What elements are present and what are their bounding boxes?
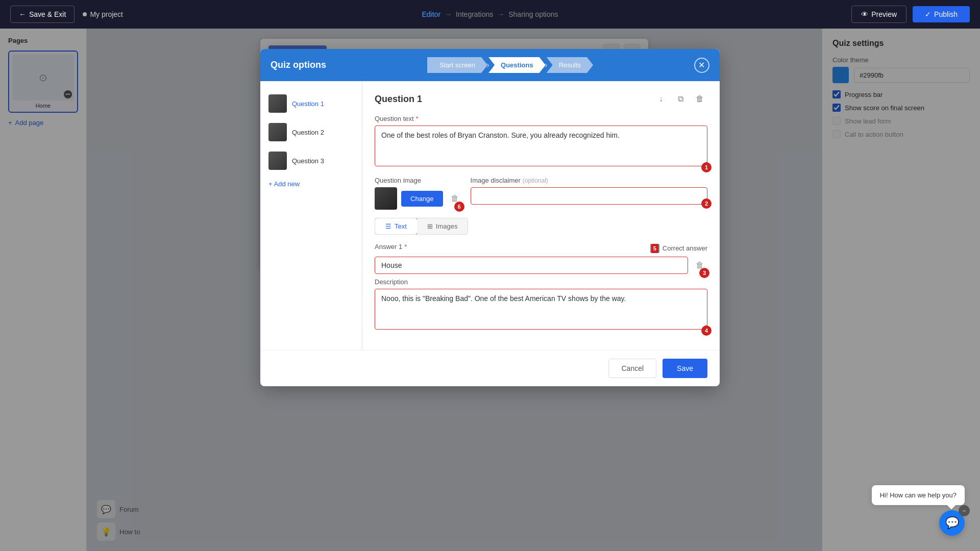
description-section: Description Nooo, this is "Breaking Bad"… (375, 278, 707, 332)
nav-sharing-link[interactable]: Sharing options (508, 10, 558, 18)
question-1-thumb (268, 94, 287, 113)
quiz-options-modal: Quiz options Start screen › Questions › … (260, 49, 720, 386)
delete-question-button[interactable]: 🗑 (692, 91, 707, 107)
tab-questions-label: Questions (501, 61, 533, 69)
publish-label: Publish (934, 10, 958, 18)
optional-text: (optional) (523, 177, 548, 184)
nav-center: Editor → Integrations → Sharing options (422, 10, 558, 18)
question-header: Question 1 ↓ ⧉ 🗑 (375, 91, 707, 107)
question-title: Question 1 (375, 94, 422, 105)
messenger-icon: 💬 (945, 516, 959, 530)
badge-2: 2 (701, 198, 712, 209)
project-dot (83, 12, 87, 16)
correct-answer-label: Correct answer (663, 244, 707, 252)
add-new-question-button[interactable]: + Add new (260, 175, 362, 193)
answer-1-input-wrapper (375, 257, 688, 274)
arrow-left-icon: ← (19, 10, 26, 18)
cancel-button[interactable]: Cancel (608, 359, 656, 378)
image-disclaimer-label-text: Image disclaimer (optional) (471, 177, 707, 184)
chat-tooltip-text: Hi! How can we help you? (880, 491, 957, 499)
question-2-thumb (268, 123, 287, 141)
question-3-image (268, 152, 287, 170)
save-exit-button[interactable]: ← Save & Exit (10, 6, 75, 23)
question-1-image (268, 94, 287, 113)
change-image-button[interactable]: Change (401, 191, 443, 207)
image-disclaimer-wrapper: 2 (471, 187, 707, 205)
question-image-label-text: Question image (375, 177, 462, 184)
image-disclaimer-label: Image disclaimer (471, 177, 521, 184)
publish-button[interactable]: ✓ Publish (913, 6, 970, 22)
question-actions: ↓ ⧉ 🗑 (653, 91, 707, 107)
top-navigation: ← Save & Exit My project Editor → Integr… (0, 0, 980, 29)
question-2-image (268, 123, 287, 141)
preview-button[interactable]: 👁 Preview (851, 6, 906, 23)
tab-questions[interactable]: Questions (488, 57, 546, 73)
nav-arrow-1: → (445, 10, 452, 18)
answer-1-label-text: Answer 1 * (375, 243, 407, 251)
modal-sidebar: Question 1 Question 2 Question 3 + Add n… (260, 81, 362, 350)
answer-1-input[interactable] (375, 257, 688, 274)
nav-arrow-2: → (497, 10, 504, 18)
question-text-input[interactable]: One of the best roles of Bryan Cranston.… (375, 126, 707, 166)
question-image-label: Question image (375, 177, 421, 184)
question-image-section: Question image Change 🗑 6 (375, 177, 462, 210)
question-1-label: Question 1 (292, 100, 324, 108)
tab-image-answers[interactable]: ⊞ Images (417, 218, 468, 234)
badge-4: 4 (701, 325, 712, 336)
question-text-label: Question text * (375, 115, 707, 122)
answer-1-input-row: 🗑 3 (375, 257, 707, 274)
answer-1-label: Answer 1 (375, 243, 402, 251)
modal-body: Question 1 Question 2 Question 3 + Add n… (260, 81, 720, 350)
chat-widget: Hi! How can we help you? − 💬 (939, 510, 965, 536)
correct-answer-control: 5 Correct answer (650, 244, 707, 253)
nav-integrations-link[interactable]: Integrations (456, 10, 493, 18)
description-label: Description (375, 278, 408, 286)
answer-type-section: ☰ Text ⊞ Images (375, 218, 707, 235)
correct-answer-checkbox[interactable]: 5 (650, 244, 659, 253)
modal-close-button[interactable]: ✕ (694, 58, 709, 73)
answer-1-header: Answer 1 * 5 Correct answer (375, 243, 707, 254)
question-text-label-text: Question text (375, 115, 414, 122)
question-text-wrapper: One of the best roles of Bryan Cranston.… (375, 126, 707, 168)
question-3-item[interactable]: Question 3 (260, 146, 362, 175)
question-1-item[interactable]: Question 1 (260, 89, 362, 118)
save-exit-label: Save & Exit (29, 10, 66, 18)
answer-type-tabs: ☰ Text ⊞ Images (375, 218, 468, 235)
tab-results-label: Results (559, 61, 581, 69)
tab-text-answers[interactable]: ☰ Text (375, 218, 418, 235)
chat-button-wrapper: − 💬 (939, 510, 965, 536)
duplicate-question-button[interactable]: ⧉ (673, 91, 688, 107)
add-new-label: + Add new (268, 180, 300, 188)
modal-tabs: Start screen › Questions › Results (427, 57, 593, 73)
description-input[interactable]: Nooo, this is "Breaking Bad". One of the… (375, 289, 707, 330)
tab-start-screen[interactable]: Start screen (427, 57, 487, 73)
tab-results[interactable]: Results (547, 57, 593, 73)
eye-icon: 👁 (861, 10, 868, 18)
project-name-area: My project (83, 10, 123, 18)
required-star-2: * (404, 243, 407, 251)
modal-title: Quiz options (271, 60, 326, 70)
badge-1: 1 (701, 162, 712, 172)
badge-6: 6 (454, 202, 464, 212)
close-chat-button[interactable]: − (959, 505, 970, 516)
move-down-button[interactable]: ↓ (653, 91, 669, 107)
nav-right-area: 👁 Preview ✓ Publish (851, 6, 970, 23)
badge-3: 3 (699, 268, 709, 278)
tab-start-screen-label: Start screen (439, 61, 475, 69)
save-button[interactable]: Save (663, 359, 707, 378)
nav-editor-link[interactable]: Editor (422, 10, 440, 18)
project-name-label: My project (90, 10, 123, 18)
preview-label: Preview (871, 10, 897, 18)
question-2-label: Question 2 (292, 129, 324, 136)
image-controls: Change 🗑 6 (375, 187, 462, 210)
image-disclaimer-input[interactable] (471, 187, 707, 205)
question-3-thumb (268, 152, 287, 170)
tab-images-label: Images (436, 222, 458, 230)
modal-footer: Cancel Save (260, 350, 720, 386)
image-row-section: Question image Change 🗑 6 Image disclaim… (375, 177, 707, 210)
required-star-1: * (416, 115, 419, 122)
question-2-item[interactable]: Question 2 (260, 118, 362, 146)
answer-1-section: Answer 1 * 5 Correct answer (375, 243, 707, 274)
description-label-text: Description (375, 278, 707, 286)
badge-5: 5 (651, 244, 658, 253)
